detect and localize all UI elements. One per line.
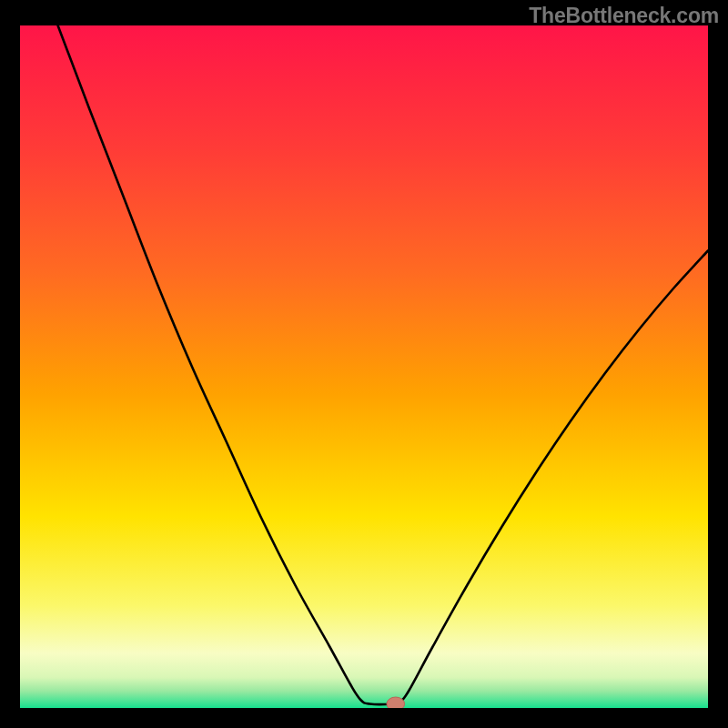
attribution-text: TheBottleneck.com xyxy=(529,4,719,28)
chart-frame: TheBottleneck.com xyxy=(0,0,728,728)
chart-canvas xyxy=(0,0,728,728)
plot-background-gradient xyxy=(20,25,708,708)
